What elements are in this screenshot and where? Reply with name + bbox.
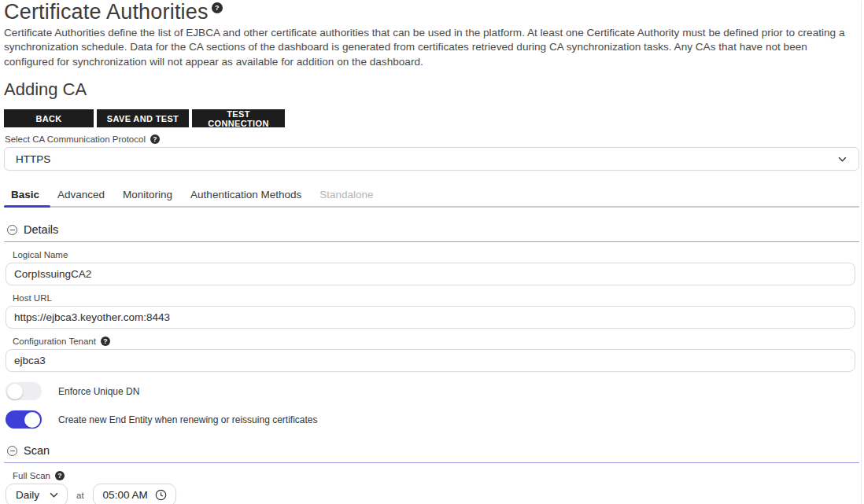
content-right-edge bbox=[861, 1, 862, 504]
adding-ca-heading: Adding CA bbox=[4, 79, 859, 100]
tab-basic[interactable]: Basic bbox=[4, 189, 50, 206]
clock-icon bbox=[155, 489, 167, 501]
enforce-unique-dn-toggle[interactable] bbox=[6, 382, 42, 400]
host-url-label: Host URL bbox=[13, 293, 52, 303]
collapse-minus-icon[interactable] bbox=[7, 225, 17, 235]
details-section-title: Details bbox=[24, 223, 58, 236]
page-title: Certificate Authorities bbox=[4, 1, 209, 24]
create-end-entity-toggle[interactable] bbox=[6, 410, 42, 429]
full-scan-time-value: 05:00 AM bbox=[103, 489, 148, 501]
full-scan-help-icon[interactable]: ? bbox=[55, 471, 65, 480]
configuration-tenant-label: Configuration Tenant bbox=[13, 337, 96, 346]
tab-monitoring[interactable]: Monitoring bbox=[116, 189, 183, 206]
tab-authentication-methods[interactable]: Authentication Methods bbox=[183, 189, 312, 206]
tab-advanced[interactable]: Advanced bbox=[50, 189, 116, 206]
full-scan-frequency-select[interactable]: Daily bbox=[6, 484, 68, 504]
configuration-tenant-label-row: Configuration Tenant ? bbox=[13, 337, 859, 346]
details-divider bbox=[4, 241, 859, 242]
full-scan-time-input[interactable]: 05:00 AM bbox=[93, 484, 176, 504]
test-connection-button[interactable]: TEST CONNECTION bbox=[192, 109, 285, 127]
full-scan-label-row: Full Scan ? bbox=[13, 471, 859, 480]
logical-name-label-row: Logical Name bbox=[13, 250, 859, 259]
host-url-label-row: Host URL bbox=[13, 293, 859, 303]
scan-section-header[interactable]: Scan bbox=[7, 444, 859, 457]
create-end-entity-label: Create new End Entity when renewing or r… bbox=[58, 414, 318, 425]
configuration-tenant-input[interactable] bbox=[6, 349, 855, 372]
protocol-label-row: Select CA Communication Protocol ? bbox=[5, 134, 859, 144]
enforce-unique-dn-row: Enforce Unique DN bbox=[6, 382, 859, 400]
page-title-row: Certificate Authorities ? bbox=[4, 1, 859, 24]
full-scan-row: Daily at 05:00 AM bbox=[6, 484, 859, 504]
toggle-knob bbox=[7, 384, 23, 399]
tab-standalone: Standalone bbox=[312, 189, 384, 206]
protocol-select[interactable]: HTTPS bbox=[4, 147, 859, 171]
collapse-minus-icon[interactable] bbox=[7, 446, 17, 456]
save-and-test-button[interactable]: SAVE AND TEST bbox=[97, 109, 189, 127]
enforce-unique-dn-label: Enforce Unique DN bbox=[58, 386, 139, 397]
chevron-down-icon bbox=[838, 156, 847, 162]
back-button[interactable]: BACK bbox=[4, 109, 94, 127]
page-title-help-icon[interactable]: ? bbox=[212, 2, 223, 13]
host-url-input[interactable] bbox=[6, 306, 855, 329]
logical-name-label: Logical Name bbox=[13, 250, 68, 259]
protocol-label: Select CA Communication Protocol bbox=[5, 134, 146, 144]
tabbar: Basic Advanced Monitoring Authentication… bbox=[4, 189, 859, 208]
page-description: Certificate Authorities define the list … bbox=[4, 26, 858, 69]
certificate-authorities-page: Certificate Authorities ? Certificate Au… bbox=[0, 1, 864, 504]
chevron-down-icon bbox=[50, 492, 58, 498]
full-scan-connector: at bbox=[76, 491, 84, 500]
toolbar: BACK SAVE AND TEST TEST CONNECTION bbox=[4, 109, 859, 127]
protocol-help-icon[interactable]: ? bbox=[150, 134, 160, 144]
protocol-select-value: HTTPS bbox=[16, 153, 50, 165]
create-end-entity-row: Create new End Entity when renewing or r… bbox=[6, 410, 859, 429]
scan-section-title: Scan bbox=[24, 444, 50, 457]
toggle-knob bbox=[24, 412, 40, 428]
configuration-tenant-help-icon[interactable]: ? bbox=[101, 337, 110, 346]
logical-name-input[interactable] bbox=[6, 263, 855, 285]
full-scan-frequency-value: Daily bbox=[16, 489, 39, 501]
details-section-header[interactable]: Details bbox=[7, 223, 859, 236]
full-scan-label: Full Scan bbox=[13, 471, 50, 480]
scan-divider bbox=[4, 462, 859, 463]
